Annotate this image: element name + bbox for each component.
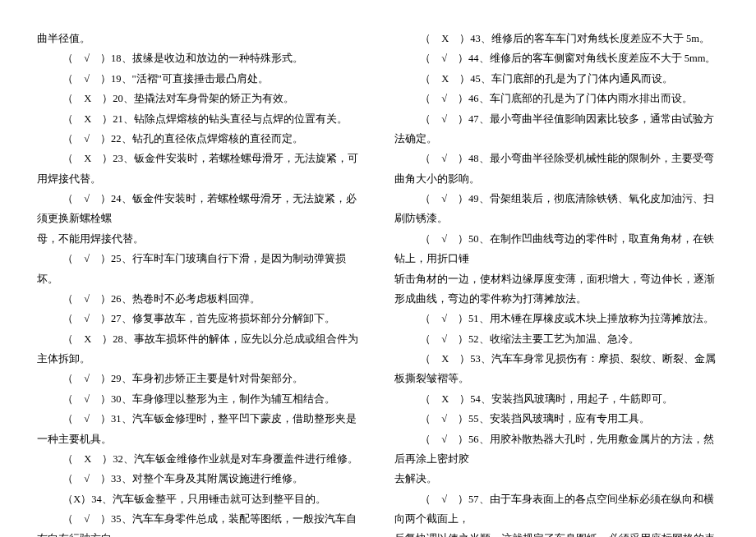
question-item: （ X ）20、垫撬法对车身骨架的矫正为有效。: [37, 89, 362, 108]
question-item: （ X ）32、汽车钣金维修作业就是对车身覆盖件进行维修。: [37, 449, 362, 469]
question-item: （ X ）43、维修后的客车车门对角线长度差应不大于 5m。: [394, 29, 719, 48]
text-line: 去解决。: [394, 469, 719, 489]
question-item: （ X ）53、汽车车身常见损伤有：摩损、裂纹、断裂、金属板撕裂皱褶等。: [394, 349, 719, 389]
question-item: （X）34、汽车钣金整平，只用锤击就可达到整平目的。: [37, 489, 362, 509]
question-item: （ √ ）26、热卷时不必考虑板料回弹。: [37, 289, 362, 309]
question-item: （ √ ）25、行车时车门玻璃自行下滑，是因为制动弹簧损坏。: [37, 249, 362, 289]
question-item: （ X ）54、安装挡风玻璃时，用起子，牛筋即可。: [394, 389, 719, 409]
question-item: （ √ ）51、用木锤在厚橡皮或木块上捶放称为拉薄摊放法。: [394, 309, 719, 328]
right-column: （ X ）43、维修后的客车车门对角线长度差应不大于 5m。 （ √ ）44、维…: [394, 29, 719, 537]
question-item: （ √ ）57、由于车身表面上的各点空间坐标必须在纵向和横向两个截面上，: [394, 489, 719, 530]
question-item: （ X ）23、钣金件安装时，若螺栓螺母滑牙，无法旋紧，可用焊接代替。: [37, 149, 362, 189]
question-item: （ √ ）35、汽车车身零件总成，装配等图纸，一般按汽车自右向左行驶方向: [37, 509, 362, 537]
question-item: （ √ ）33、对整个车身及其附属设施进行维修。: [37, 469, 362, 489]
question-item: （ √ ）24、钣金件安装时，若螺栓螺母滑牙，无法旋紧，必须更换新螺栓螺: [37, 189, 362, 229]
question-item: （ X ）21、钻除点焊熔核的钻头直径与点焊的位置有关。: [37, 109, 362, 129]
question-item: （ √ ）55、安装挡风玻璃时，应有专用工具。: [394, 409, 719, 429]
question-item: （ √ ）47、最小弯曲半径值影响因素比较多，通常由试验方法确定。: [394, 109, 719, 149]
text-line: 母，不能用焊接代替。: [37, 229, 362, 249]
left-column: 曲半径值。 （ √ ）18、拔缘是收边和放边的一种特殊形式。 （ √ ）19、"…: [37, 29, 362, 537]
text-line: 反复协调以使之光顺，这就规定了车身图纸，必须采用座标网格的表示方法。: [394, 529, 719, 537]
question-item: （ X ）28、事故车损坏件的解体，应先以分总成或组合件为主体拆卸。: [37, 329, 362, 369]
question-item: （ √ ）27、修复事故车，首先应将损坏部分分解卸下。: [37, 309, 362, 328]
text-line: 斩击角材的一边，使材料边缘厚度变薄，面积增大，弯边伸长，逐渐形成曲线，弯边的零件…: [394, 269, 719, 310]
question-item: （ √ ）30、车身修理以整形为主，制作为辅互相结合。: [37, 389, 362, 409]
question-item: （ √ ）29、车身初步矫正主要是针对骨架部分。: [37, 369, 362, 388]
question-item: （ √ ）31、汽车钣金修理时，整平凹下蒙皮，借助整形夹是一种主要机具。: [37, 409, 362, 449]
question-item: （ √ ）44、维修后的客车侧窗对角线长度差应不大于 5mm。: [394, 48, 719, 68]
question-item: （ √ ）46、车门底部的孔是为了门体内雨水排出而设。: [394, 89, 719, 108]
question-item: （ √ ）50、在制作凹曲线弯边的零件时，取直角角材，在铁钻上，用折口锤: [394, 229, 719, 269]
question-item: （ √ ）49、骨架组装后，彻底清除铁锈、氧化皮加油污、扫刷防锈漆。: [394, 189, 719, 229]
question-item: （ √ ）19、"活褶"可直接捶击最凸肩处。: [37, 69, 362, 89]
question-item: （ √ ）22、钻孔的直径依点焊熔核的直径而定。: [37, 129, 362, 149]
question-item: （ X ）45、车门底部的孔是为了门体内通风而设。: [394, 69, 719, 89]
question-item: （ √ ）56、用胶补散热器大孔时，先用敷金属片的方法，然后再涂上密封胶: [394, 429, 719, 470]
question-item: （ √ ）18、拔缘是收边和放边的一种特殊形式。: [37, 48, 362, 68]
question-item: （ √ ）48、最小弯曲半径除受机械性能的限制外，主要受弯曲角大小的影响。: [394, 149, 719, 189]
text-line: 曲半径值。: [37, 29, 362, 48]
question-item: （ √ ）52、收缩法主要工艺为加温、急冷。: [394, 329, 719, 349]
